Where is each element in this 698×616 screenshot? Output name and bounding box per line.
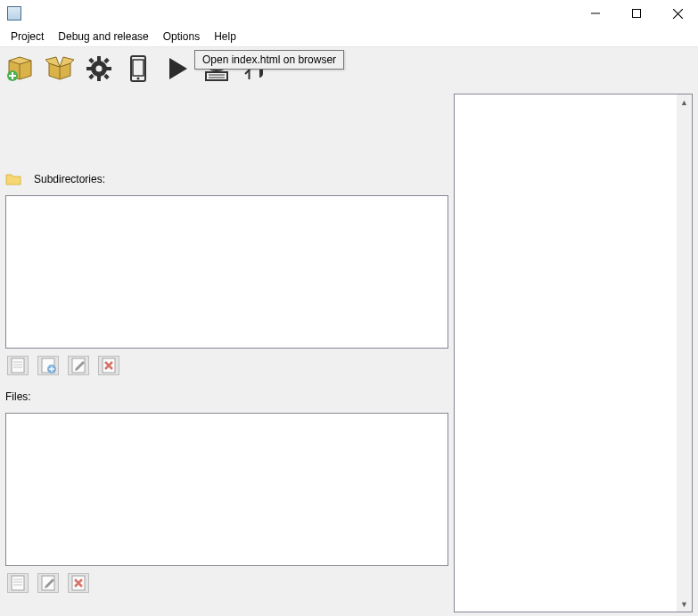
subdir-add-button[interactable] <box>37 356 59 375</box>
open-project-button[interactable] <box>45 53 75 84</box>
box-open-icon <box>45 54 74 83</box>
gear-icon <box>85 54 113 83</box>
settings-button[interactable] <box>84 53 114 84</box>
maximize-button[interactable] <box>616 0 657 27</box>
run-button[interactable] <box>162 53 193 84</box>
output-list[interactable]: ▲ ▼ <box>454 94 693 612</box>
scroll-down-icon[interactable]: ▼ <box>677 596 692 612</box>
file-actions <box>5 566 448 604</box>
app-window: Project Debug and release Options Help O… <box>0 0 698 616</box>
page-plus-icon <box>40 357 56 374</box>
page-icon <box>10 575 26 591</box>
scrollbar[interactable]: ▲ ▼ <box>677 94 692 612</box>
menu-options[interactable]: Options <box>156 29 207 45</box>
page-icon <box>10 357 26 374</box>
folder-icon <box>5 172 21 186</box>
titlebar <box>0 0 698 27</box>
minimize-button[interactable] <box>575 0 616 27</box>
right-pane: ▲ ▼ <box>452 90 698 616</box>
files-header: Files: <box>5 386 448 407</box>
menu-debug-release[interactable]: Debug and release <box>51 29 155 45</box>
scroll-up-icon[interactable]: ▲ <box>677 94 692 110</box>
subdir-new-button[interactable] <box>7 356 29 375</box>
app-icon <box>7 6 21 21</box>
menubar: Project Debug and release Options Help <box>0 27 698 47</box>
page-edit-icon <box>70 357 86 374</box>
subdirectories-list[interactable] <box>5 195 448 349</box>
new-project-button[interactable] <box>5 53 36 84</box>
left-pane: Subdirectories: Files: <box>0 90 452 616</box>
files-list[interactable] <box>5 413 448 566</box>
page-delete-icon <box>70 575 86 591</box>
file-edit-button[interactable] <box>37 573 59 593</box>
tooltip: Open index.html on browser <box>194 50 344 70</box>
page-delete-icon <box>101 357 117 374</box>
device-button[interactable] <box>123 53 153 84</box>
play-icon <box>163 54 192 83</box>
toolbar <box>0 47 698 90</box>
menu-project[interactable]: Project <box>4 29 51 45</box>
files-label: Files: <box>5 390 31 403</box>
menu-help[interactable]: Help <box>207 29 243 45</box>
subdirs-label: Subdirectories: <box>34 173 105 185</box>
phone-icon <box>124 54 152 83</box>
box-plus-icon <box>6 54 35 83</box>
subdir-delete-button[interactable] <box>98 356 119 375</box>
page-edit-icon <box>40 575 56 591</box>
file-delete-button[interactable] <box>68 573 89 593</box>
subdir-edit-button[interactable] <box>68 356 89 375</box>
subdir-actions <box>5 349 448 386</box>
content-area: Subdirectories: Files: <box>0 90 698 616</box>
svg-rect-24 <box>633 10 641 18</box>
subdirs-header: Subdirectories: <box>5 168 448 190</box>
file-new-button[interactable] <box>7 573 29 593</box>
close-button[interactable] <box>657 0 698 27</box>
